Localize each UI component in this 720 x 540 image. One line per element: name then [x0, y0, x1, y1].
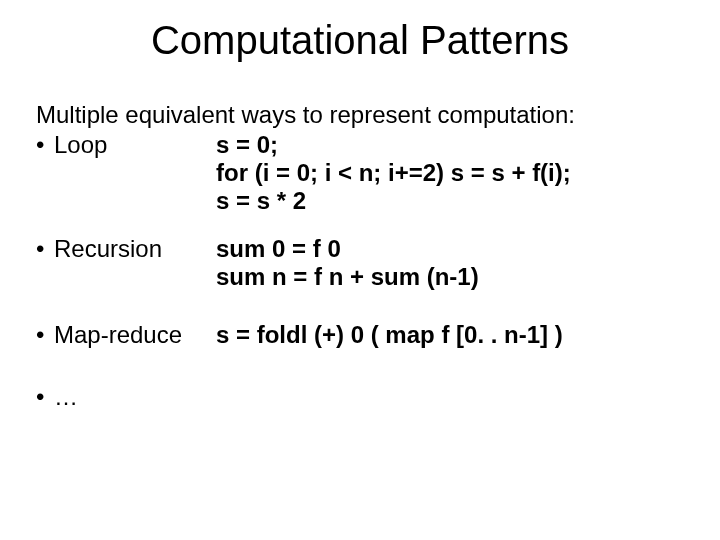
bullet-label-ellipsis: •…: [36, 383, 216, 411]
label-text: Map-reduce: [54, 321, 182, 348]
code-line: s = s * 2: [216, 187, 684, 215]
code-recursion: sum 0 = f 0 sum n = f n + sum (n-1): [216, 235, 684, 291]
bullet-label-recursion: •Recursion: [36, 235, 216, 263]
code-line: sum 0 = f 0: [216, 235, 684, 263]
label-text: Recursion: [54, 235, 162, 262]
code-line: sum n = f n + sum (n-1): [216, 263, 684, 291]
code-mapreduce: s = foldl (+) 0 ( map f [0. . n-1] ): [216, 321, 684, 349]
bullet-icon: •: [36, 321, 54, 349]
bullet-icon: •: [36, 235, 54, 263]
bullet-label-mapreduce: •Map-reduce: [36, 321, 216, 349]
intro-text: Multiple equivalent ways to represent co…: [36, 101, 684, 129]
code-line: for (i = 0; i < n; i+=2) s = s + f(i);: [216, 159, 684, 187]
label-text: …: [54, 383, 78, 410]
code-line: s = 0;: [216, 131, 684, 159]
bullet-mapreduce: •Map-reduce s = foldl (+) 0 ( map f [0. …: [36, 321, 684, 349]
bullet-icon: •: [36, 383, 54, 411]
code-loop: s = 0; for (i = 0; i < n; i+=2) s = s + …: [216, 131, 684, 215]
bullet-icon: •: [36, 131, 54, 159]
code-line: s = foldl (+) 0 ( map f [0. . n-1] ): [216, 321, 684, 349]
bullet-recursion: •Recursion sum 0 = f 0 sum n = f n + sum…: [36, 235, 684, 291]
bullet-label-loop: •Loop: [36, 131, 216, 159]
bullet-ellipsis: •…: [36, 383, 684, 411]
slide: Computational Patterns Multiple equivale…: [0, 0, 720, 540]
slide-title: Computational Patterns: [36, 18, 684, 63]
bullet-loop: •Loop s = 0; for (i = 0; i < n; i+=2) s …: [36, 131, 684, 215]
label-text: Loop: [54, 131, 107, 158]
